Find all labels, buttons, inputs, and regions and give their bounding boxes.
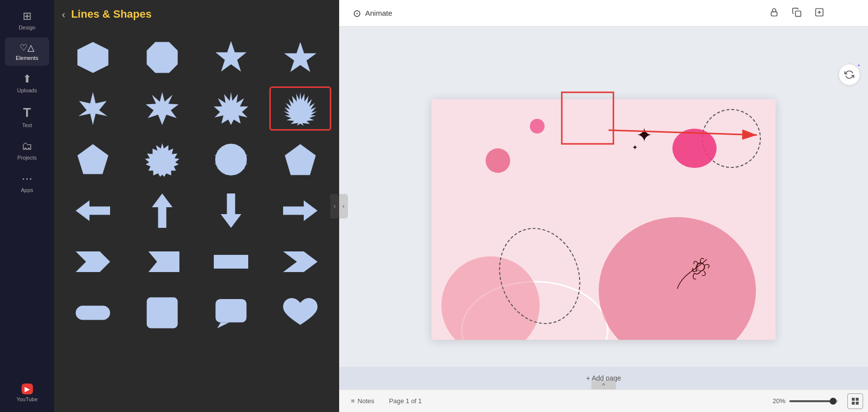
shape-chevron-right1[interactable] (62, 240, 124, 284)
svg-marker-4 (79, 92, 108, 125)
shape-badge1[interactable] (131, 137, 194, 182)
sidebar-item-projects[interactable]: 🗂 Projects (5, 135, 49, 165)
shape-square-rounded[interactable] (131, 291, 194, 335)
lock-button[interactable] (765, 3, 783, 22)
sidebar-item-uploads-label: Uploads (17, 87, 37, 93)
shape-badge2[interactable] (200, 137, 262, 182)
canvas-container: ✦ ✦ (339, 27, 868, 412)
animate-icon: ⊙ (353, 7, 361, 19)
shape-star8[interactable] (131, 86, 194, 131)
svg-marker-13 (76, 200, 110, 221)
design-canvas[interactable]: ✦ ✦ (432, 99, 776, 340)
sidebar-item-apps[interactable]: ⋯ Apps (5, 167, 49, 198)
canvas-pink-circle (672, 129, 717, 168)
shape-band[interactable] (200, 240, 262, 284)
shape-arrow-down[interactable] (200, 189, 262, 233)
bottom-bar: ≡ Notes Page 1 of 1 20% (339, 389, 868, 412)
shape-starburst12[interactable] (200, 86, 262, 131)
shape-starburst16[interactable] (269, 86, 332, 131)
zoom-handle[interactable] (830, 398, 837, 405)
svg-marker-18 (148, 251, 179, 272)
canvas-sparkle-small: ✦ (632, 143, 638, 151)
svg-rect-38 (856, 402, 859, 405)
svg-marker-17 (76, 251, 110, 272)
shapes-grid (62, 35, 331, 335)
page-info: Page 1 of 1 (389, 397, 422, 405)
shape-pill[interactable] (62, 291, 124, 335)
shapes-panel: ‹ Lines & Shapes (54, 0, 339, 412)
apps-icon: ⋯ (22, 172, 32, 185)
shape-arrow-right2[interactable] (269, 189, 332, 233)
svg-marker-12 (285, 144, 316, 175)
shape-star6[interactable] (200, 35, 262, 80)
elements-icon: ♡△ (20, 42, 34, 53)
svg-rect-26 (771, 12, 777, 16)
zoom-slider-track[interactable] (789, 400, 839, 402)
sidebar-item-text[interactable]: T Text (5, 100, 49, 133)
svg-rect-27 (796, 11, 801, 17)
back-button[interactable]: ‹ (62, 9, 65, 20)
shape-arrow-up[interactable] (131, 189, 194, 233)
projects-icon: 🗂 (22, 140, 32, 153)
svg-rect-22 (76, 305, 110, 320)
svg-marker-7 (284, 92, 317, 126)
zoom-control: 20% (773, 397, 839, 405)
sidebar-item-design-label: Design (19, 25, 35, 30)
svg-marker-8 (78, 144, 109, 174)
shape-star6b[interactable] (62, 86, 124, 131)
shape-hexagon[interactable] (62, 35, 124, 80)
canvas-small-dot (530, 119, 545, 134)
sidebar-item-youtube-label: YouTube (16, 396, 37, 402)
panel-title: Lines & Shapes (71, 8, 152, 21)
collapse-panel-button[interactable]: ‹ (330, 194, 339, 219)
shape-pentagon[interactable] (62, 137, 124, 182)
notes-button[interactable]: ≡ Notes (347, 395, 378, 407)
canvas-small-circle (486, 148, 510, 173)
top-right-icons-group (765, 3, 829, 22)
svg-marker-1 (146, 42, 177, 73)
shape-star5[interactable] (269, 35, 332, 80)
copy-frames-button[interactable] (787, 3, 806, 22)
svg-marker-14 (152, 193, 173, 228)
design-icon: ⊞ (23, 10, 31, 23)
svg-marker-20 (214, 255, 248, 269)
shape-octagon[interactable] (131, 35, 194, 80)
sidebar-item-design[interactable]: ⊞ Design (5, 5, 49, 35)
svg-marker-6 (214, 92, 248, 125)
sidebar-item-youtube[interactable]: ▶ YouTube (5, 379, 49, 407)
text-icon: T (23, 105, 31, 120)
sidebar-item-elements[interactable]: ♡△ Elements (5, 37, 49, 66)
sidebar-item-uploads[interactable]: ⬆ Uploads (5, 68, 49, 98)
main-area: ⊙ Animate ✦ ✦ ✦ (339, 0, 868, 412)
svg-marker-15 (221, 193, 241, 228)
svg-marker-16 (283, 200, 318, 221)
zoom-label: 20% (773, 397, 785, 405)
grid-view-button[interactable] (847, 393, 863, 409)
shape-arrow-left[interactable] (62, 189, 124, 233)
canvas-flower (667, 249, 717, 296)
svg-marker-25 (217, 323, 230, 329)
shape-speech-bubble[interactable] (200, 291, 262, 335)
left-navigation: ⊞ Design ♡△ Elements ⬆ Uploads T Text 🗂 … (0, 0, 54, 412)
collapse-bottom-button[interactable]: ^ (591, 381, 616, 389)
shape-heart[interactable] (269, 291, 332, 335)
youtube-icon: ▶ (22, 384, 33, 394)
shape-pentagon2[interactable] (269, 137, 332, 182)
notes-icon: ≡ (351, 397, 355, 405)
svg-rect-37 (852, 402, 855, 405)
top-toolbar: ⊙ Animate (339, 0, 868, 27)
svg-marker-0 (78, 42, 109, 73)
svg-marker-5 (145, 92, 178, 125)
svg-rect-35 (852, 398, 855, 401)
svg-marker-2 (216, 41, 247, 71)
svg-marker-9 (145, 143, 179, 177)
animate-button[interactable]: ⊙ Animate (347, 4, 398, 22)
notes-label: Notes (358, 397, 375, 405)
collapse-canvas-left-button[interactable]: ‹ (339, 194, 348, 219)
add-element-button[interactable] (810, 3, 829, 22)
shape-chevron-right3[interactable] (269, 240, 332, 284)
shape-chevron-right2[interactable] (131, 240, 194, 284)
svg-rect-23 (146, 298, 177, 329)
animate-label: Animate (365, 9, 392, 17)
sidebar-item-elements-label: Elements (16, 55, 38, 61)
